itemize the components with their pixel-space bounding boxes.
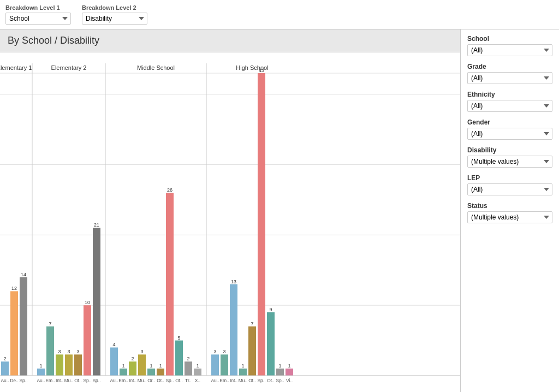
svg-text:Sp..: Sp.. (83, 378, 91, 383)
grade-filter-select[interactable]: (All) (467, 72, 552, 84)
ethnicity-filter-label: Ethnicity (467, 91, 552, 98)
disability-filter-select[interactable]: (Multiple values) (467, 156, 552, 168)
svg-text:3: 3 (58, 349, 61, 354)
svg-text:Int..: Int.. (56, 378, 63, 383)
top-bar: Breakdown Level 1 School Breakdown Level… (0, 0, 559, 29)
svg-text:14: 14 (21, 272, 26, 277)
status-filter-select[interactable]: (Multiple values) (467, 211, 552, 223)
chart-title: By School / Disability (0, 29, 460, 52)
grade-filter-label: Grade (467, 63, 552, 70)
svg-rect-21 (46, 326, 54, 376)
svg-text:Sp..: Sp.. (92, 378, 100, 383)
svg-text:1: 1 (122, 363, 124, 369)
svg-text:Au..: Au.. (211, 378, 219, 383)
breakdown2-select[interactable]: Disability (82, 13, 147, 25)
main-area: By School / Disability Elementary 12Au..… (0, 29, 559, 392)
disability-filter: Disability (Multiple values) (467, 146, 552, 168)
svg-text:Au..: Au.. (37, 378, 45, 383)
svg-rect-56 (157, 369, 164, 376)
svg-text:21: 21 (94, 222, 99, 228)
grade-filter: Grade (All) (467, 63, 552, 84)
school-filter: School (All) (467, 35, 552, 56)
school-filter-label: School (467, 35, 552, 43)
svg-text:Sp..: Sp.. (276, 378, 284, 383)
gender-filter: Gender (All) (467, 118, 552, 140)
breakdown1-select[interactable]: School (5, 13, 71, 25)
svg-rect-59 (166, 193, 174, 376)
svg-text:Mu..: Mu.. (138, 378, 147, 383)
svg-text:Ot..: Ot.. (267, 378, 275, 383)
status-filter: Status (Multiple values) (467, 202, 552, 223)
svg-rect-79 (230, 284, 237, 376)
breakdown2-label: Breakdown Level 2 (82, 4, 147, 11)
svg-rect-33 (84, 305, 91, 376)
svg-text:1: 1 (241, 363, 244, 369)
breakdown1-label: Breakdown Level 1 (5, 4, 71, 11)
svg-text:Or..: Or.. (147, 378, 155, 383)
svg-text:2: 2 (131, 356, 134, 361)
school-filter-select[interactable]: (All) (467, 44, 552, 56)
svg-text:26: 26 (167, 187, 173, 193)
svg-text:Tr..: Tr.. (185, 378, 192, 383)
svg-text:3: 3 (76, 349, 79, 354)
svg-text:Sp..: Sp.. (165, 378, 174, 383)
svg-rect-91 (267, 312, 275, 376)
ethnicity-filter: Ethnicity (All) (467, 91, 552, 112)
svg-text:Middle School: Middle School (137, 64, 175, 71)
svg-text:5: 5 (177, 335, 180, 341)
svg-text:3: 3 (67, 349, 70, 354)
svg-rect-10 (10, 291, 18, 376)
svg-text:Au..: Au.. (1, 378, 9, 383)
svg-text:Au..: Au.. (110, 378, 118, 383)
gender-filter-label: Gender (467, 118, 552, 126)
breakdown1-group: Breakdown Level 1 School (5, 4, 71, 25)
svg-rect-50 (138, 354, 146, 376)
lep-filter: LEP (All) (467, 174, 552, 195)
chart-area: By School / Disability Elementary 12Au..… (0, 29, 461, 392)
svg-text:1: 1 (288, 363, 290, 369)
svg-text:1: 1 (196, 363, 199, 369)
lep-filter-select[interactable]: (All) (467, 183, 552, 195)
svg-rect-85 (248, 326, 256, 376)
chart-svg-wrapper: Elementary 12Au..12De..14Sp..Elementary … (0, 52, 460, 392)
svg-text:4: 4 (112, 342, 115, 347)
svg-rect-76 (221, 354, 228, 376)
svg-rect-36 (93, 228, 100, 376)
svg-text:1: 1 (159, 363, 162, 369)
breakdown2-group: Breakdown Level 2 Disability (82, 4, 147, 25)
svg-rect-47 (129, 361, 136, 376)
svg-rect-53 (147, 369, 155, 376)
svg-text:Em..: Em.. (45, 378, 55, 383)
svg-text:Sp..: Sp.. (257, 378, 265, 383)
svg-rect-24 (56, 354, 63, 376)
disability-filter-label: Disability (467, 146, 552, 154)
svg-rect-94 (276, 369, 284, 376)
svg-text:Elementary 2: Elementary 2 (51, 64, 87, 71)
svg-text:3: 3 (213, 349, 216, 354)
svg-text:Int..: Int.. (129, 378, 136, 383)
svg-text:2: 2 (3, 356, 6, 361)
svg-text:3: 3 (140, 349, 143, 354)
svg-text:2: 2 (187, 356, 189, 361)
svg-text:Int..: Int.. (230, 378, 237, 383)
svg-text:1: 1 (39, 363, 42, 369)
svg-rect-62 (175, 341, 183, 376)
svg-text:Vi..: Vi.. (286, 378, 293, 383)
svg-rect-44 (120, 369, 127, 376)
ethnicity-filter-select[interactable]: (All) (467, 100, 552, 112)
svg-text:Mu..: Mu.. (64, 378, 74, 383)
svg-text:Ot..: Ot.. (175, 378, 183, 383)
svg-text:Ot..: Ot.. (74, 378, 82, 383)
svg-text:7: 7 (251, 321, 253, 326)
gender-filter-select[interactable]: (All) (467, 128, 552, 140)
svg-rect-27 (65, 354, 73, 376)
svg-rect-82 (239, 369, 247, 376)
svg-text:12: 12 (11, 286, 17, 291)
svg-text:De..: De.. (10, 378, 19, 383)
svg-rect-13 (20, 277, 27, 376)
svg-rect-97 (286, 369, 293, 376)
svg-text:Sp..: Sp.. (19, 378, 27, 383)
svg-rect-18 (37, 369, 45, 376)
svg-rect-73 (211, 354, 219, 376)
svg-text:X..: X.. (195, 378, 200, 383)
